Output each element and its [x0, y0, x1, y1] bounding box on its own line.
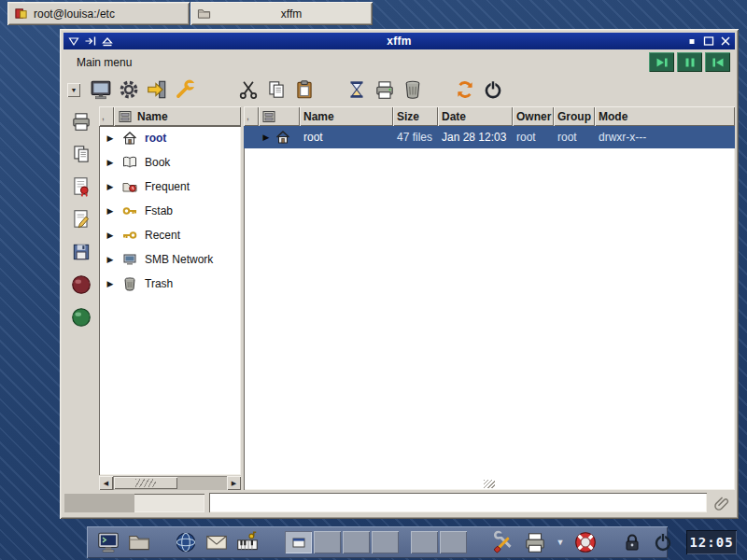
path-entry[interactable]: [209, 493, 707, 512]
tree-header-grip[interactable]: ,: [99, 106, 114, 126]
book-icon: [121, 154, 138, 171]
xffm-window: xffm Main menu: [60, 29, 739, 519]
expander-icon[interactable]: ▶: [106, 182, 115, 191]
tree-item-fstab[interactable]: ▶ Fstab: [99, 199, 241, 223]
terminal-icon[interactable]: [95, 529, 121, 555]
tree-item-trash[interactable]: ▶ Trash: [99, 272, 241, 296]
tree-item-book[interactable]: ▶ Book: [99, 150, 241, 175]
copies-icon[interactable]: [69, 142, 93, 166]
list-pane: , Name Size Date Owner Group Mode: [244, 106, 735, 490]
music-icon[interactable]: [234, 529, 261, 555]
minimize-icon[interactable]: [684, 35, 698, 48]
list-header-icon[interactable]: [259, 106, 300, 126]
pause-icon[interactable]: [677, 52, 702, 72]
list-header-date[interactable]: Date: [438, 106, 513, 126]
copy-icon[interactable]: [262, 77, 290, 103]
tree-pane: , Name ▶ root: [99, 106, 241, 490]
power-icon[interactable]: [479, 77, 507, 103]
task-label: xffm: [217, 7, 366, 21]
top-taskbar: root@louisa:/etc xffm: [7, 2, 373, 25]
list-header-owner[interactable]: Owner: [513, 106, 554, 126]
list-header-name[interactable]: Name: [300, 106, 393, 126]
seal-document-icon[interactable]: [69, 175, 93, 199]
skip-forward-icon[interactable]: [649, 52, 674, 72]
skip-back-icon[interactable]: [705, 52, 730, 72]
list-header-size[interactable]: Size: [393, 106, 438, 126]
gear-icon[interactable]: [115, 77, 143, 103]
scroll-left-button[interactable]: ◀: [99, 476, 113, 490]
shade-icon[interactable]: [100, 35, 114, 48]
pager-workspace-6[interactable]: [440, 531, 467, 553]
window-menu-icon[interactable]: [66, 35, 80, 48]
print-icon[interactable]: [371, 77, 399, 103]
save-icon[interactable]: [69, 240, 93, 264]
globe-icon[interactable]: [173, 529, 199, 555]
expander-icon[interactable]: ▶: [106, 206, 115, 216]
tree-item-label: Trash: [145, 277, 173, 290]
dropdown-arrow-icon[interactable]: ▼: [67, 83, 80, 97]
tree-item-label: Frequent: [145, 180, 190, 193]
titlebar[interactable]: xffm: [63, 33, 735, 49]
scroll-right-button[interactable]: ▶: [227, 476, 241, 490]
paperclip-icon[interactable]: [712, 493, 734, 513]
maroon-sphere-icon[interactable]: [69, 273, 93, 297]
expander-icon[interactable]: ▶: [261, 133, 271, 142]
pager-workspace-2[interactable]: [314, 531, 341, 553]
stick-icon[interactable]: [83, 35, 97, 48]
taskbar-button-xffm[interactable]: xffm: [190, 2, 373, 25]
expander-icon[interactable]: ▶: [106, 279, 115, 288]
taskbar-button-terminal[interactable]: root@louisa:/etc: [7, 2, 190, 25]
pager-workspace-4[interactable]: [372, 531, 399, 553]
expander-icon[interactable]: ▶: [106, 255, 115, 264]
paste-icon[interactable]: [290, 77, 318, 103]
tree-item-recent[interactable]: ▶ Recent: [99, 223, 241, 247]
pager-workspace-5[interactable]: [411, 531, 438, 553]
green-sphere-icon[interactable]: [69, 305, 93, 329]
tree-item-smb-network[interactable]: ▶ SMB Network: [99, 247, 241, 272]
files-icon[interactable]: [126, 529, 152, 555]
printer-icon[interactable]: [522, 529, 548, 555]
list-row-root[interactable]: ▶ root 47 files Jan 28 12:03 root root d…: [244, 126, 735, 148]
tree-header-name[interactable]: Name: [114, 106, 241, 126]
cut-icon[interactable]: [234, 77, 262, 103]
tools-icon[interactable]: [491, 529, 517, 555]
list-header-group[interactable]: Group: [554, 106, 595, 126]
wrench-icon[interactable]: [171, 77, 199, 103]
scrollbar-thumb[interactable]: [114, 477, 177, 489]
statusbar: [63, 490, 735, 515]
list-header-grip[interactable]: ,: [244, 106, 259, 126]
expander-icon[interactable]: ▶: [106, 158, 115, 167]
panel-clock: 12:05: [686, 530, 737, 554]
fstab-icon: [121, 203, 138, 219]
row-mode: drwxr-x---: [595, 131, 735, 144]
trash-icon[interactable]: [399, 77, 427, 103]
tree-item-frequent[interactable]: ▶ Frequent: [99, 175, 241, 199]
power-icon[interactable]: [650, 529, 676, 555]
list-header-mode[interactable]: Mode: [595, 106, 735, 126]
close-icon[interactable]: [718, 35, 732, 48]
terminal-app-icon: [14, 7, 28, 21]
printer-icon[interactable]: [69, 109, 93, 133]
expander-icon[interactable]: ▶: [106, 133, 115, 143]
main-menu-button[interactable]: Main menu: [67, 53, 141, 72]
lifesaver-icon[interactable]: [572, 529, 599, 555]
pager-workspace-1[interactable]: [285, 531, 312, 553]
mail-icon[interactable]: [204, 529, 230, 555]
frequent-icon: [121, 178, 138, 195]
arrow-down-icon[interactable]: ▼: [553, 529, 568, 555]
reload-icon[interactable]: [451, 77, 479, 103]
taskbar-slots: [411, 531, 467, 553]
edit-document-icon[interactable]: [69, 207, 93, 231]
tree-item-label: SMB Network: [145, 253, 213, 266]
expander-icon[interactable]: ▶: [106, 231, 115, 240]
scrollbar-track[interactable]: [113, 476, 227, 490]
hourglass-icon[interactable]: [343, 77, 371, 103]
terminal-icon[interactable]: [87, 77, 115, 103]
exit-door-icon[interactable]: [143, 77, 171, 103]
pane-resize-grip[interactable]: [484, 480, 495, 488]
desktop-pager: [285, 531, 399, 553]
pager-workspace-3[interactable]: [343, 531, 370, 553]
maximize-icon[interactable]: [701, 35, 715, 48]
lock-icon[interactable]: [619, 529, 645, 555]
tree-item-root[interactable]: ▶ root: [99, 126, 241, 150]
